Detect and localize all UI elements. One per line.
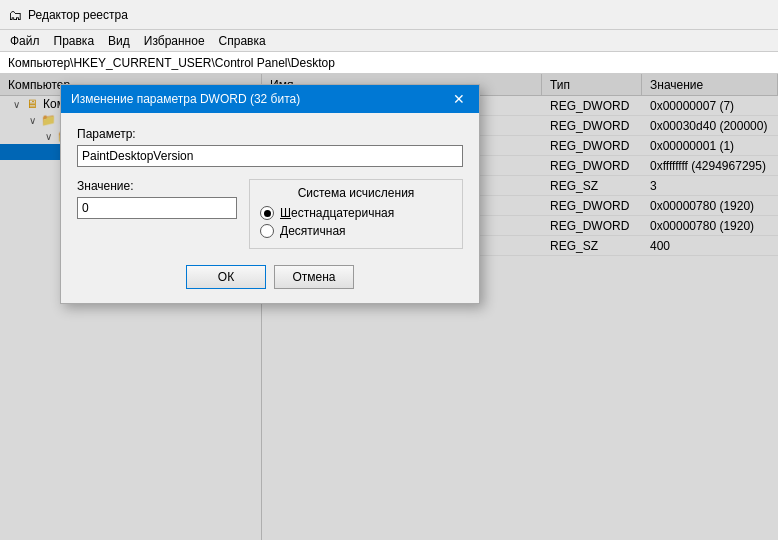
value-input[interactable] <box>77 197 237 219</box>
app-icon: 🗂 <box>8 7 22 23</box>
dialog-dword: Изменение параметра DWORD (32 бита) ✕ Па… <box>60 84 480 304</box>
radio-dec[interactable]: Десятичная <box>260 224 452 238</box>
radio-title: Система исчисления <box>260 186 452 200</box>
dialog-body: Параметр: Значение: Система исчисления Ш… <box>61 113 479 303</box>
modal-overlay: Изменение параметра DWORD (32 бита) ✕ Па… <box>0 74 778 540</box>
value-section: Значение: <box>77 179 237 249</box>
radio-dot-dec <box>260 224 274 238</box>
menu-bar: Файл Правка Вид Избранное Справка <box>0 30 778 52</box>
menu-favorites[interactable]: Избранное <box>138 33 211 49</box>
menu-help[interactable]: Справка <box>213 33 272 49</box>
app-title: Редактор реестра <box>28 8 128 22</box>
radio-label-hex: Шестнадцатеричная <box>280 206 394 220</box>
menu-view[interactable]: Вид <box>102 33 136 49</box>
radio-dot-hex <box>260 206 274 220</box>
main-content: Компьютер ∨ 🖥 Компьютер ▲ ∨ 📁 HKEY_CURRE… <box>0 74 778 540</box>
value-label: Значение: <box>77 179 237 193</box>
menu-edit[interactable]: Правка <box>48 33 101 49</box>
cancel-button[interactable]: Отмена <box>274 265 354 289</box>
dialog-buttons: ОК Отмена <box>77 261 463 289</box>
address-path: Компьютер\HKEY_CURRENT_USER\Control Pane… <box>8 56 335 70</box>
dialog-row: Значение: Система исчисления Шестнадцате… <box>77 179 463 249</box>
title-bar: 🗂 Редактор реестра <box>0 0 778 30</box>
dialog-close-button[interactable]: ✕ <box>449 89 469 109</box>
radio-hex[interactable]: Шестнадцатеричная <box>260 206 452 220</box>
dialog-titlebar: Изменение параметра DWORD (32 бита) ✕ <box>61 85 479 113</box>
menu-file[interactable]: Файл <box>4 33 46 49</box>
param-input[interactable] <box>77 145 463 167</box>
dialog-title: Изменение параметра DWORD (32 бита) <box>71 92 300 106</box>
address-bar: Компьютер\HKEY_CURRENT_USER\Control Pane… <box>0 52 778 74</box>
radio-section: Система исчисления Шестнадцатеричная Дес… <box>249 179 463 249</box>
radio-label-dec: Десятичная <box>280 224 346 238</box>
ok-button[interactable]: ОК <box>186 265 266 289</box>
param-label: Параметр: <box>77 127 463 141</box>
